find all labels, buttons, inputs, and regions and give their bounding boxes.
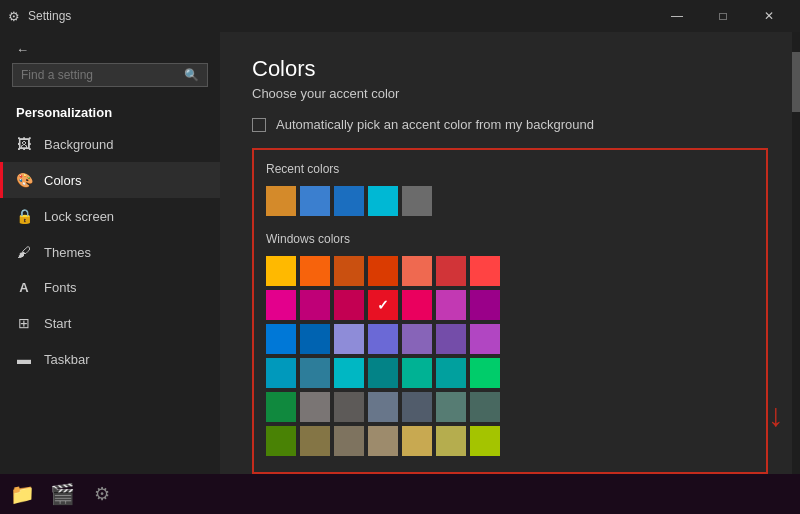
windows-color-swatch[interactable] [402,324,432,354]
windows-color-swatch[interactable] [402,426,432,456]
sidebar-item-label: Themes [44,245,91,260]
windows-color-swatch[interactable] [300,290,330,320]
windows-color-swatch[interactable] [300,324,330,354]
windows-color-swatch[interactable] [470,358,500,388]
sidebar-item-background[interactable]: 🖼 Background [0,126,220,162]
windows-color-swatch[interactable] [266,392,296,422]
auto-accent-label: Automatically pick an accent color from … [276,117,594,132]
windows-color-swatch[interactable] [300,392,330,422]
windows-color-swatch[interactable] [266,324,296,354]
taskbar-item-vlc[interactable]: 🎬 [44,476,80,512]
sidebar-item-colors[interactable]: 🎨 Colors [0,162,220,198]
windows-color-swatch[interactable] [368,324,398,354]
minimize-button[interactable]: — [654,0,700,32]
windows-colors-title: Windows colors [266,232,754,246]
windows-color-swatch[interactable] [470,324,500,354]
search-box[interactable]: 🔍 [12,63,208,87]
auto-accent-row: Automatically pick an accent color from … [252,117,768,132]
windows-color-swatch[interactable] [470,256,500,286]
colors-icon: 🎨 [16,172,32,188]
close-button[interactable]: ✕ [746,0,792,32]
settings-icon: ⚙ [8,9,20,24]
windows-color-swatch[interactable] [368,392,398,422]
windows-color-swatch[interactable] [436,324,466,354]
sidebar-item-label: Fonts [44,280,77,295]
background-icon: 🖼 [16,136,32,152]
windows-color-swatch[interactable] [266,256,296,286]
taskbar-item-settings[interactable]: ⚙ [84,476,120,512]
content-area: Colors Choose your accent color Automati… [220,32,800,474]
windows-color-swatch[interactable] [334,256,364,286]
auto-accent-checkbox-wrapper[interactable]: Automatically pick an accent color from … [252,117,594,132]
windows-color-row [266,256,754,286]
recent-color-swatch[interactable] [368,186,398,216]
page-subtitle: Choose your accent color [252,86,768,101]
page-title: Colors [252,56,768,82]
windows-color-swatch[interactable] [436,358,466,388]
recent-color-swatch[interactable] [402,186,432,216]
windows-color-swatch[interactable] [300,256,330,286]
windows-color-swatch[interactable] [368,290,398,320]
sidebar-item-themes[interactable]: 🖌 Themes [0,234,220,270]
windows-color-swatch[interactable] [368,426,398,456]
windows-color-swatch[interactable] [334,324,364,354]
sidebar-item-start[interactable]: ⊞ Start [0,305,220,341]
windows-color-swatch[interactable] [470,426,500,456]
recent-color-swatch[interactable] [266,186,296,216]
windows-color-swatch[interactable] [334,290,364,320]
sidebar-item-label: Taskbar [44,352,90,367]
sidebar-item-label: Start [44,316,71,331]
sidebar-category: Personalization [0,99,220,126]
windows-color-swatch[interactable] [266,290,296,320]
recent-color-swatch[interactable] [300,186,330,216]
title-bar-title: Settings [28,9,71,23]
windows-color-swatch[interactable] [402,358,432,388]
windows-color-swatch[interactable] [402,256,432,286]
windows-colors-grid [266,256,754,456]
title-bar: ⚙ Settings — □ ✕ [0,0,800,32]
windows-color-swatch[interactable] [470,290,500,320]
vlc-icon: 🎬 [50,482,75,506]
windows-color-swatch[interactable] [470,392,500,422]
windows-color-row [266,324,754,354]
recent-colors-title: Recent colors [266,162,754,176]
windows-color-swatch[interactable] [402,392,432,422]
windows-color-row [266,426,754,456]
sidebar-item-label: Lock screen [44,209,114,224]
windows-color-swatch[interactable] [334,358,364,388]
windows-color-swatch[interactable] [300,358,330,388]
windows-color-swatch[interactable] [436,256,466,286]
windows-color-swatch[interactable] [436,426,466,456]
search-input[interactable] [21,68,184,82]
main-layout: ← 🔍 Personalization 🖼 Background 🎨 Color… [0,32,800,474]
sidebar: ← 🔍 Personalization 🖼 Background 🎨 Color… [0,32,220,474]
windows-color-swatch[interactable] [300,426,330,456]
taskbar-item-folder[interactable]: 📁 [4,476,40,512]
windows-color-row [266,392,754,422]
windows-color-swatch[interactable] [266,426,296,456]
color-section-box: Recent colors Windows colors [252,148,768,474]
windows-color-swatch[interactable] [436,290,466,320]
scrollbar-track[interactable] [792,32,800,474]
sidebar-item-taskbar[interactable]: ▬ Taskbar [0,341,220,377]
windows-color-swatch[interactable] [368,256,398,286]
auto-accent-checkbox[interactable] [252,118,266,132]
maximize-button[interactable]: □ [700,0,746,32]
windows-color-swatch[interactable] [334,392,364,422]
fonts-icon: A [16,280,32,295]
scrollbar-thumb[interactable] [792,52,800,112]
windows-color-swatch[interactable] [402,290,432,320]
sidebar-item-label: Colors [44,173,82,188]
windows-color-swatch[interactable] [436,392,466,422]
sidebar-item-lock-screen[interactable]: 🔒 Lock screen [0,198,220,234]
windows-color-swatch[interactable] [368,358,398,388]
sidebar-item-fonts[interactable]: A Fonts [0,270,220,305]
recent-color-swatch[interactable] [334,186,364,216]
folder-icon: 📁 [10,482,35,506]
scroll-down-arrow: ↓ [768,397,784,434]
windows-color-row [266,290,754,320]
windows-color-swatch[interactable] [266,358,296,388]
back-button[interactable]: ← [0,36,220,63]
windows-color-swatch[interactable] [334,426,364,456]
windows-color-row [266,358,754,388]
